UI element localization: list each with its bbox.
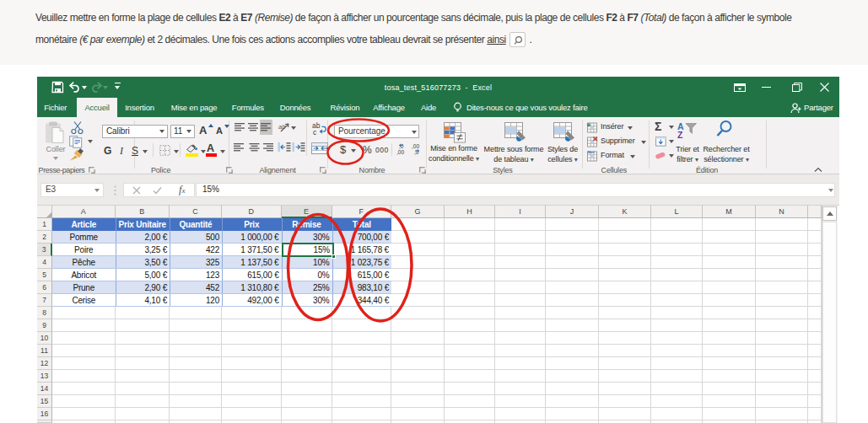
svg-text:Mml: Mml: [588, 150, 595, 154]
svg-text:ab: ab: [278, 123, 285, 131]
svg-text:,00: ,00: [396, 149, 404, 155]
svg-text:Z: Z: [677, 130, 683, 140]
